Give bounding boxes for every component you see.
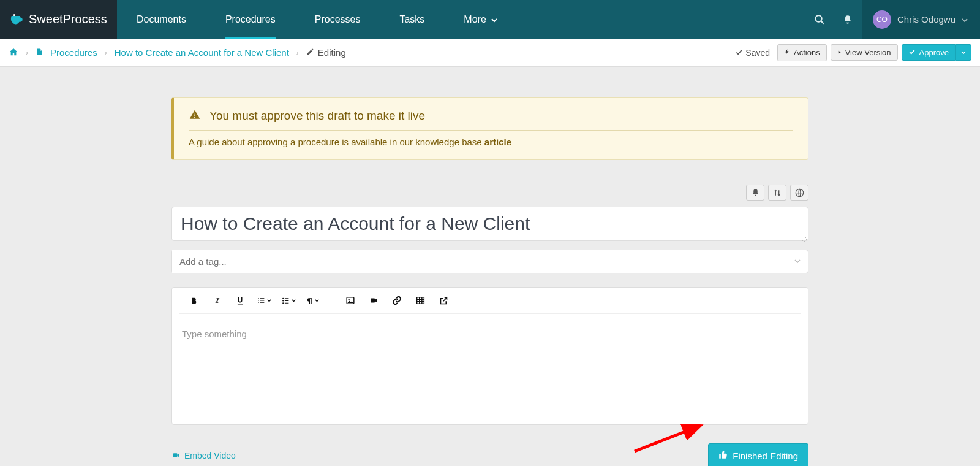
avatar: CO [873, 10, 891, 29]
pencil-icon [306, 47, 314, 58]
nav-processes[interactable]: Processes [295, 0, 380, 39]
main-content: You must approve this draft to make it l… [172, 97, 809, 466]
breadcrumb-editing-label: Editing [318, 47, 346, 58]
alert-subtext: A guide about approving a procedure is a… [189, 137, 793, 147]
warning-icon [189, 109, 201, 123]
editor-toolbar [179, 288, 801, 314]
cup-icon [10, 14, 25, 25]
notifications-button[interactable] [834, 0, 862, 39]
editor-body[interactable]: Type something [172, 314, 808, 424]
reorder-button[interactable] [768, 185, 786, 201]
brand-bold: Sweet [29, 12, 63, 26]
open-external-button[interactable] [437, 294, 450, 307]
brand-logo[interactable]: SweetProcess [0, 0, 117, 39]
approve-label: Approve [919, 48, 949, 57]
reminders-button[interactable] [746, 185, 764, 201]
nav-tasks[interactable]: Tasks [380, 0, 444, 39]
nav-procedures[interactable]: Procedures [206, 0, 295, 39]
breadcrumb-separator: › [26, 48, 28, 57]
chevron-down-icon [962, 14, 968, 25]
chevron-down-icon [491, 14, 497, 25]
breadcrumb-editing: Editing [306, 47, 346, 58]
svg-point-0 [13, 14, 15, 16]
paragraph-format-button[interactable] [306, 296, 319, 305]
topbar-right-tools: CO Chris Odogwu [805, 0, 980, 39]
insert-link-button[interactable] [390, 294, 404, 307]
primary-nav: Documents Procedures Processes Tasks Mor… [117, 0, 517, 39]
svg-point-8 [349, 299, 350, 300]
saved-status: Saved [735, 48, 770, 58]
tag-dropdown-button[interactable] [786, 250, 808, 273]
svg-line-2 [821, 21, 824, 24]
embed-video-link[interactable]: Embed Video [172, 451, 236, 460]
tag-input-box [172, 250, 809, 273]
procedure-title-input[interactable] [172, 207, 809, 241]
insert-video-button[interactable] [367, 294, 380, 307]
italic-button[interactable] [210, 294, 224, 307]
underline-button[interactable] [233, 294, 247, 307]
actions-button[interactable]: Actions [777, 44, 827, 61]
breadcrumb-procedures[interactable]: Procedures [50, 47, 97, 58]
alert-title: You must approve this draft to make it l… [209, 109, 425, 123]
breadcrumb-bar: › Procedures › How to Create an Account … [0, 39, 980, 67]
approve-button-group: Approve [902, 44, 971, 61]
svg-rect-10 [417, 297, 424, 304]
thumbs-up-icon [718, 450, 728, 461]
bullet-list-button[interactable] [281, 297, 296, 305]
document-icon[interactable] [36, 47, 43, 58]
check-icon [908, 48, 916, 57]
svg-rect-11 [173, 453, 177, 457]
check-icon [735, 48, 743, 58]
video-icon [172, 451, 181, 460]
saved-label: Saved [745, 48, 770, 58]
approval-alert: You must approve this draft to make it l… [172, 97, 809, 160]
search-button[interactable] [805, 0, 834, 39]
svg-rect-9 [371, 299, 375, 303]
breadcrumb-doc-title[interactable]: How to Create an Account for a New Clien… [115, 47, 289, 58]
alert-sub-prefix: A guide about approving a procedure is a… [189, 137, 484, 147]
svg-point-1 [815, 15, 822, 22]
bold-button[interactable] [187, 294, 200, 307]
nav-documents[interactable]: Documents [117, 0, 206, 39]
rich-text-editor: Type something [172, 287, 809, 425]
visibility-button[interactable] [790, 185, 809, 201]
breadcrumb-separator: › [105, 48, 107, 57]
nav-more[interactable]: More [444, 0, 516, 39]
finished-editing-label: Finished Editing [733, 451, 798, 461]
home-icon[interactable] [9, 47, 18, 58]
insert-table-button[interactable] [413, 294, 427, 307]
breadcrumb: › Procedures › How to Create an Account … [9, 47, 346, 58]
tag-input[interactable] [172, 250, 786, 273]
bolt-icon [784, 48, 790, 58]
view-version-button[interactable]: View Version [831, 44, 898, 61]
ordered-list-button[interactable] [257, 297, 271, 305]
svg-point-6 [282, 302, 284, 304]
finished-editing-button[interactable]: Finished Editing [708, 443, 809, 466]
actions-label: Actions [794, 48, 820, 57]
alert-divider [189, 130, 793, 131]
view-version-label: View Version [845, 48, 891, 57]
editor-footer: Embed Video Finished Editing [172, 443, 809, 466]
user-name-label: Chris Odogwu [897, 14, 956, 25]
user-menu[interactable]: CO Chris Odogwu [862, 0, 980, 39]
play-icon [837, 48, 842, 57]
breadcrumb-separator: › [296, 48, 299, 57]
alert-article-link[interactable]: article [484, 137, 511, 147]
subbar-actions: Saved Actions View Version Approve [735, 44, 971, 61]
top-navbar: SweetProcess Documents Procedures Proces… [0, 0, 980, 39]
insert-image-button[interactable] [344, 294, 357, 307]
svg-point-4 [282, 297, 284, 299]
approve-dropdown-button[interactable] [956, 44, 971, 61]
embed-video-label: Embed Video [184, 451, 236, 460]
brand-light: Process [63, 12, 107, 26]
nav-more-label: More [464, 14, 486, 25]
svg-point-5 [282, 300, 284, 301]
approve-button[interactable]: Approve [902, 44, 956, 61]
mini-toolbar [172, 185, 809, 201]
